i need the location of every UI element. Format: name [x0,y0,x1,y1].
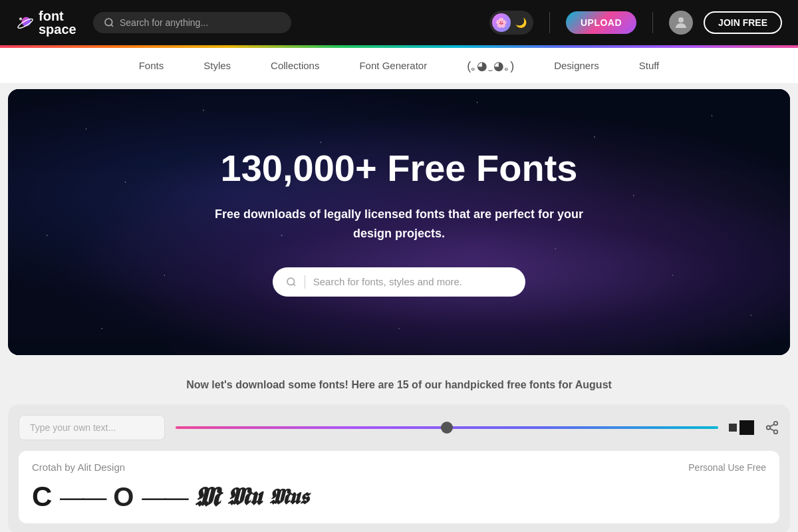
search-icon [104,17,114,28]
hero-title: 130,000+ Free Fonts [206,148,592,189]
glyph-3: O [113,482,134,512]
nav-item-styles[interactable]: Styles [203,57,231,74]
font-license: Personal Use Free [688,462,766,473]
large-size-icon [739,420,754,435]
header: font space 🌸 🌙 UPLOAD JOIN FREE [0,0,798,45]
svg-point-6 [287,278,295,285]
svg-point-9 [767,426,771,430]
logo-space-text: space [39,23,76,36]
svg-point-0 [21,17,31,27]
glyph-4: —— [142,483,187,511]
main-nav: Fonts Styles Collections Font Generator … [0,48,798,84]
svg-point-2 [19,17,22,20]
nav-item-collections[interactable]: Collections [271,57,319,74]
user-icon [673,15,689,31]
nav-item-font-generator[interactable]: Font Generator [359,57,427,74]
hero-search-input[interactable] [313,276,512,287]
font-card-controls [19,415,779,440]
svg-point-5 [678,17,684,23]
small-size-icon [729,424,737,432]
nav-item-designers[interactable]: Designers [554,57,599,74]
slider-container [176,426,718,429]
logo-icon [16,13,35,32]
header-divider-2 [652,12,653,33]
theme-toggle[interactable]: 🌸 🌙 [489,11,533,35]
hero-subtitle: Free downloads of legally licensed fonts… [206,205,592,243]
share-button[interactable] [765,420,779,435]
svg-line-7 [293,284,295,286]
glyph-2: —— [60,483,105,511]
hero-search-bar[interactable] [273,267,525,297]
font-name: Crotah by Alit Design [32,462,125,473]
hero-search-icon [286,276,297,288]
dark-theme-option[interactable]: 🌸 [492,13,511,32]
font-entry-header: Crotah by Alit Design Personal Use Free [32,462,766,473]
svg-line-11 [770,428,774,431]
nav-item-fonts[interactable]: Fonts [139,57,164,74]
hero-section: 130,000+ Free Fonts Free downloads of le… [8,89,790,355]
glyph-6: 𝕸𝖚 [227,483,261,511]
nav-item-stuff[interactable]: Stuff [639,57,660,74]
font-size-slider[interactable] [176,426,718,429]
join-free-button[interactable]: JOIN FREE [704,11,782,34]
glyph-5: 𝕸 [195,481,219,513]
header-search-input[interactable] [120,17,281,28]
svg-line-12 [770,424,774,427]
font-preview-text-input[interactable] [19,415,165,440]
glyph-1: C [32,481,52,513]
logo-font-text: font [39,9,76,23]
search-divider [305,275,305,289]
font-preview-glyphs: C —— O —— 𝕸 𝕸𝖚 𝕸𝖚𝖘 [32,481,766,513]
size-icons [729,420,754,435]
font-card-container: Crotah by Alit Design Personal Use Free … [8,404,790,532]
share-icon [765,420,779,435]
upload-button[interactable]: UPLOAD [566,11,636,34]
subheading-text: Now let's download some fonts! Here are … [11,379,787,391]
header-divider [549,12,550,33]
font-entry: Crotah by Alit Design Personal Use Free … [19,451,779,523]
logo[interactable]: font space [16,9,82,36]
avatar[interactable] [669,11,693,35]
nav-item-emoticon[interactable]: (｡◕‿◕｡) [467,56,514,76]
svg-point-3 [105,19,112,26]
hero-content: 130,000+ Free Fonts Free downloads of le… [180,108,618,336]
subheading-section: Now let's download some fonts! Here are … [0,360,798,404]
glyph-7: 𝕸𝖚𝖘 [269,485,309,509]
header-search-bar[interactable] [93,12,291,33]
svg-point-8 [774,422,778,426]
font-by: by [65,462,77,473]
light-theme-option[interactable]: 🌙 [512,13,531,32]
svg-point-10 [774,430,778,434]
svg-line-4 [111,25,113,27]
